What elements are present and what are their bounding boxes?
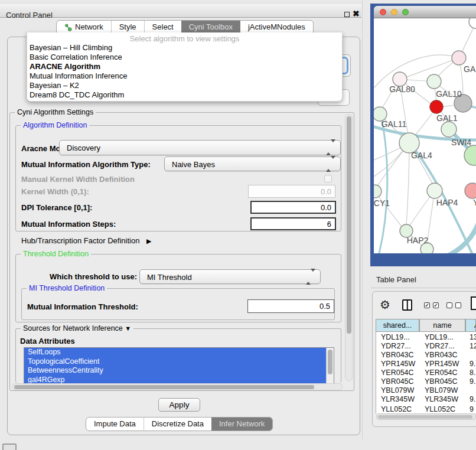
algorithm-option[interactable]: Mutual Information Inference xyxy=(27,71,342,81)
list-item-selected[interactable]: BetweennessCentrality xyxy=(24,366,327,376)
table-cell[interactable]: YBR045C xyxy=(381,377,414,386)
control-panel-title: Control Panel xyxy=(6,11,53,19)
table-cell[interactable]: YBR043C xyxy=(381,351,414,359)
mi-threshold-input[interactable] xyxy=(247,299,334,313)
tab-select[interactable]: Select xyxy=(144,21,181,34)
table-cell[interactable]: YBL079W xyxy=(381,386,414,394)
columns-icon-divider xyxy=(406,301,408,309)
table-cell[interactable]: 12 xyxy=(470,342,476,350)
settings-horizontal-scrollbar[interactable] xyxy=(12,383,343,390)
zoom-traffic-icon[interactable] xyxy=(402,9,409,15)
tab-cyni-toolbox[interactable]: Cyni Toolbox xyxy=(181,21,240,34)
minimize-traffic-icon[interactable] xyxy=(391,9,397,15)
mi-steps-input[interactable] xyxy=(250,217,336,230)
aracne-mode-combobox[interactable]: Discovery xyxy=(59,140,341,155)
table-cell[interactable]: YLR345W xyxy=(425,395,458,403)
node-gal1[interactable] xyxy=(441,122,457,137)
algorithm-option-selected[interactable]: ARACNE Algorithm xyxy=(27,62,342,71)
table-cell[interactable]: YBL079W xyxy=(425,386,458,394)
mi-algorithm-type-combobox[interactable]: Naive Bayes xyxy=(164,156,341,171)
table-cell[interactable]: 8. xyxy=(470,369,475,377)
table-cell[interactable]: YDR27... xyxy=(381,342,411,350)
kernel-width-input[interactable] xyxy=(248,185,335,198)
column-header-name[interactable]: name xyxy=(419,319,465,332)
float-window-icon[interactable] xyxy=(344,12,350,17)
algorithm-option[interactable]: Dream8 DC_TDC Algorithm xyxy=(27,90,342,100)
gear-icon[interactable]: ⚙ xyxy=(380,298,390,312)
node[interactable] xyxy=(452,51,466,65)
dpi-tolerance-input[interactable] xyxy=(250,201,336,214)
table-cell[interactable]: 13 xyxy=(470,333,476,341)
close-icon[interactable]: ✖ xyxy=(353,9,360,18)
tab-style[interactable]: Style xyxy=(111,21,144,34)
settings-vertical-scrollbar[interactable] xyxy=(345,114,353,381)
node-label: HAP2 xyxy=(407,236,429,245)
panel-divider[interactable] xyxy=(362,0,363,440)
node-hap4[interactable] xyxy=(427,183,442,198)
tab-label: Cyni Toolbox xyxy=(189,21,233,34)
table-cell[interactable]: YBR045C xyxy=(425,377,458,386)
algorithm-option[interactable]: Bayesian – Hill Climbing xyxy=(27,43,342,53)
table-cell[interactable]: 9. xyxy=(470,395,475,403)
list-item-selected[interactable]: SelfLoops xyxy=(24,348,327,357)
group-title: Sources for Network Inference ▼ xyxy=(21,324,133,332)
network-view-canvas[interactable]: GAL GAL80 GAL10 GAL1 GAL11 SWI4 GAL4 GCY… xyxy=(374,18,476,253)
scrollbar-thumb[interactable] xyxy=(347,116,351,334)
node-salmon[interactable] xyxy=(465,183,476,198)
apply-button[interactable]: Apply xyxy=(158,398,200,412)
deselect-all-columns-icon[interactable] xyxy=(446,302,461,308)
document-icon[interactable] xyxy=(471,296,476,310)
table-cell[interactable]: YDL19... xyxy=(381,333,410,341)
table-cell[interactable]: YLL052C xyxy=(381,405,412,413)
scrollbar-thumb[interactable] xyxy=(328,350,332,374)
node-gal4[interactable] xyxy=(399,133,419,153)
table-cell[interactable]: YLR345W xyxy=(381,395,415,403)
cyni-bottom-tabs: Impute Data Discretize Data Infer Networ… xyxy=(86,417,273,431)
list-item-selected[interactable]: gal4RGexp xyxy=(24,376,327,384)
table-cell[interactable]: 9. xyxy=(470,377,475,386)
columns-icon[interactable] xyxy=(402,299,412,311)
table-cell[interactable]: YBR043C xyxy=(425,351,458,359)
table-cell[interactable]: YDR27... xyxy=(425,342,455,350)
node[interactable] xyxy=(469,18,476,28)
table-cell[interactable]: YDL19... xyxy=(425,333,454,341)
node-gcy1[interactable] xyxy=(374,185,382,198)
node-label: GAL80 xyxy=(389,84,415,94)
scrollbar-thumb[interactable] xyxy=(378,415,472,419)
table-cell[interactable]: YPR145W xyxy=(381,360,415,368)
algorithm-option[interactable]: Bayesian – K2 xyxy=(27,81,342,90)
collapsed-panel-button[interactable] xyxy=(2,444,17,450)
group-title: Algorithm Definition xyxy=(21,121,89,129)
stepper-icon xyxy=(326,142,335,153)
manual-kernel-width-checkbox[interactable] xyxy=(324,175,332,182)
node-red-selected[interactable] xyxy=(430,100,443,113)
tab-impute-data[interactable]: Impute Data xyxy=(86,418,144,431)
table-cell[interactable]: 9 xyxy=(470,405,474,413)
tab-network[interactable]: Network xyxy=(57,21,111,34)
tab-label: Discretize Data xyxy=(152,418,204,431)
tab-label: Style xyxy=(119,21,136,34)
column-header-shared-name[interactable]: shared... xyxy=(376,319,419,332)
table-horizontal-scrollbar[interactable] xyxy=(376,413,476,420)
tab-discretize-data[interactable]: Discretize Data xyxy=(144,418,211,431)
list-scrollbar[interactable] xyxy=(326,348,334,383)
node-gal10[interactable] xyxy=(427,74,441,89)
table-cell[interactable]: YLL052C xyxy=(425,405,455,413)
network-window-titlebar[interactable] xyxy=(374,6,476,18)
algorithm-option[interactable]: Basic Correlation Inference xyxy=(27,53,342,62)
column-header-partial[interactable]: A xyxy=(465,319,476,332)
table-cell[interactable]: 9. xyxy=(470,360,475,368)
close-traffic-icon[interactable] xyxy=(380,9,386,15)
tab-jactivemnodules[interactable]: jActiveMNodules xyxy=(240,21,313,34)
list-item-selected[interactable]: TopologicalCoefficient xyxy=(24,357,327,367)
table-cell[interactable]: YER054C xyxy=(425,369,458,377)
table-cell[interactable]: YPR145W xyxy=(425,360,459,368)
scrollbar-thumb[interactable] xyxy=(14,385,314,389)
tab-infer-network[interactable]: Infer Network xyxy=(211,418,272,431)
network-icon xyxy=(64,24,72,31)
hub-section-toggle[interactable]: Hub/Transcription Factor Definition ▶ xyxy=(21,236,151,245)
select-all-columns-icon[interactable]: ✓ ✓ xyxy=(424,302,439,308)
table-cell[interactable]: YER054C xyxy=(381,369,414,377)
tab-label: jActiveMNodules xyxy=(248,21,305,34)
which-threshold-combobox[interactable]: MI Threshold xyxy=(139,269,321,284)
